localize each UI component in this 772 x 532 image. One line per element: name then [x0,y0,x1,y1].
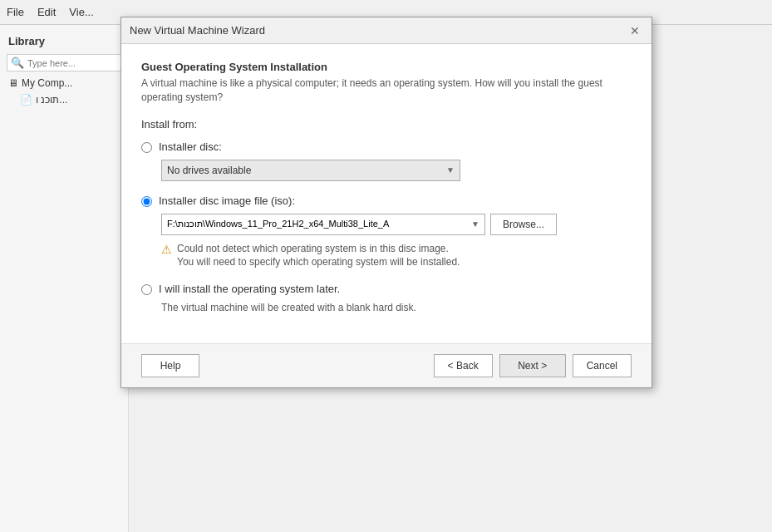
next-button[interactable]: Next > [499,354,566,377]
modal-titlebar: New Virtual Machine Wizard ✕ [121,17,652,44]
sidebar: Library 🔍 🖥 My Comp... 📄 תוכנ ו... [0,25,129,532]
close-button[interactable]: ✕ [627,22,643,39]
menu-view[interactable]: Vie... [69,6,93,18]
installer-disc-option: Installer disc: [141,140,632,153]
search-icon: 🔍 [11,57,24,69]
install-later-label: I will install the operating system late… [159,283,340,295]
radio-iso-group: Installer disc image file (iso): F:\תוכנ… [141,195,632,270]
section-title: Guest Operating System Installation [141,61,632,73]
iso-radio[interactable] [141,196,152,207]
modal-title: New Virtual Machine Wizard [130,24,265,37]
disc-dropdown-row: No drives available ▼ [161,160,632,181]
iso-option: Installer disc image file (iso): [141,195,632,207]
computer-icon: 🖥 [8,77,18,89]
install-from-label: Install from: [141,118,632,131]
warning-line2: You will need to specify which operating… [177,255,460,269]
section-desc: A virtual machine is like a physical com… [141,76,632,105]
wizard-modal: New Virtual Machine Wizard ✕ Guest Opera… [120,17,652,388]
dropdown-arrow-icon: ▼ [446,165,455,175]
install-later-radio[interactable] [141,284,152,295]
warning-text: Could not detect which operating system … [177,242,460,270]
install-later-option: I will install the operating system late… [141,283,632,295]
back-button[interactable]: < Back [434,354,493,377]
footer-left: Help [141,354,199,377]
warning-line1: Could not detect which operating system … [177,242,460,256]
disc-dropdown[interactable]: No drives available ▼ [161,160,460,181]
iso-path-text: F:\תוכנות\Windows_11_Pro_21H2_x64_Multi3… [167,219,471,229]
installer-disc-label: Installer disc: [159,140,222,153]
sidebar-title: Library [0,32,128,51]
warning-row: ⚠ Could not detect which operating syste… [161,242,632,270]
browse-button[interactable]: Browse... [490,214,557,235]
iso-input-field[interactable]: F:\תוכנות\Windows_11_Pro_21H2_x64_Multi3… [161,214,485,235]
installer-disc-radio[interactable] [141,142,152,153]
footer-right: < Back Next > Cancel [434,354,632,377]
iso-file-row: F:\תוכנות\Windows_11_Pro_21H2_x64_Multi3… [161,214,632,235]
tree-child[interactable]: 📄 תוכנ ו... [0,91,128,108]
warning-icon: ⚠ [161,243,172,256]
close-icon: ✕ [630,24,640,37]
install-later-desc: The virtual machine will be created with… [161,302,632,313]
sidebar-search[interactable]: 🔍 [7,54,121,71]
menu-file[interactable]: File [7,6,24,18]
cancel-button[interactable]: Cancel [573,354,632,377]
tree-root[interactable]: 🖥 My Comp... [0,75,128,91]
iso-dropdown-arrow: ▼ [471,219,479,229]
no-drives-text: No drives available [167,165,251,176]
radio-installer-disc-group: Installer disc: No drives available ▼ [141,140,632,181]
modal-body: Guest Operating System Installation A vi… [121,44,652,343]
iso-label: Installer disc image file (iso): [159,195,295,207]
search-input[interactable] [27,58,111,68]
menu-edit[interactable]: Edit [37,6,56,18]
radio-install-later-group: I will install the operating system late… [141,283,632,313]
modal-footer: Help < Back Next > Cancel [121,343,652,387]
help-button[interactable]: Help [141,354,199,377]
vm-icon: 📄 [20,94,32,106]
